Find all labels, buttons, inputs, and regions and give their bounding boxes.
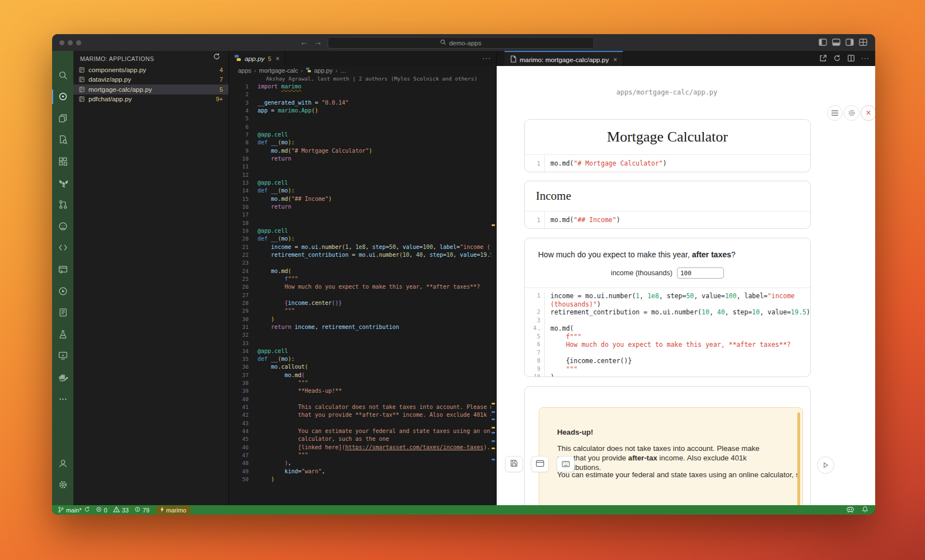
testing-icon[interactable] <box>52 326 73 342</box>
code-brackets-icon[interactable] <box>52 239 73 256</box>
code-line[interactable]: 14def __(mo): <box>229 187 491 195</box>
sidebar-item-dataviz[interactable]: dataviz/app.py7 <box>73 75 228 85</box>
breadcrumb-symbol[interactable]: … <box>340 67 347 74</box>
sidebar-item-components[interactable]: components/app.py4 <box>73 65 228 75</box>
sidebar-item-mortgage-calc[interactable]: mortgage-calc/app.py5 <box>73 84 228 95</box>
code-line[interactable]: 12 <box>229 171 491 179</box>
code-line[interactable]: 50 ) <box>229 476 491 483</box>
code-line[interactable]: 5 <box>229 115 491 123</box>
code-line[interactable]: 24 mo.md( <box>229 267 491 275</box>
code-line[interactable]: 33 <box>229 340 491 347</box>
code-line[interactable]: 42 that you provide **after-tax** income… <box>229 411 491 419</box>
accounts-icon[interactable] <box>52 455 73 472</box>
more-actions-icon[interactable]: ··· <box>861 54 870 64</box>
code-line[interactable]: 3__generated_with = "0.0.14" <box>229 99 491 107</box>
shutdown-close-button[interactable]: × <box>861 105 875 121</box>
cell-code-line[interactable]: 4⌄mo.md( <box>525 324 810 333</box>
cell-code-line[interactable]: 6 How much do you expect to make this ye… <box>525 341 810 349</box>
cell-code-line[interactable]: 5 f""" <box>525 333 810 341</box>
tab-marimo-preview[interactable]: marimo: mortgage-calc/app.py × <box>504 51 623 67</box>
code-line[interactable]: 39 **Heads-up!** <box>229 387 491 395</box>
code-line[interactable]: 13@app.cell <box>229 179 491 187</box>
code-line[interactable]: 34@app.cell <box>229 347 491 355</box>
code-line[interactable]: 21 income = mo.ui.number(1, 1e8, step=50… <box>229 243 491 251</box>
code-line[interactable]: 23 <box>229 259 491 267</box>
code-line[interactable]: 18 <box>229 219 491 227</box>
cell-code-line[interactable]: 2retirement_contribution = mo.ui.number(… <box>525 308 810 317</box>
code-line[interactable]: 8def __(mo): <box>229 139 491 147</box>
code-line[interactable]: 28 {income.center()} <box>229 299 491 307</box>
toggle-secondary-sidebar-icon[interactable] <box>845 39 854 46</box>
codelens-authors[interactable]: Akshay Agrawal, last month | 2 authors (… <box>266 76 478 82</box>
tab-close-icon[interactable]: × <box>613 56 617 64</box>
code-line[interactable]: 11 <box>229 163 491 171</box>
bell-icon[interactable] <box>862 506 868 514</box>
run-app-button[interactable] <box>817 457 834 474</box>
cell-code[interactable]: mo.md("# Mortgage Calculator") <box>545 159 667 167</box>
marimo-apps-icon[interactable] <box>52 88 73 105</box>
keyboard-shortcuts-button[interactable] <box>557 456 574 472</box>
history-back-button[interactable]: ← <box>299 37 309 46</box>
command-center-search[interactable]: demo-apps <box>328 37 594 49</box>
split-editor-icon[interactable] <box>847 54 855 64</box>
code-line[interactable]: 26 How much do you expect to make this y… <box>229 283 491 291</box>
breadcrumb-folder[interactable]: mortgage-calc <box>259 67 298 74</box>
cell-code-line[interactable]: 3 <box>525 317 810 325</box>
income-number-input[interactable] <box>677 267 724 279</box>
cell-code-line[interactable]: 9 """ <box>525 365 810 374</box>
customize-layout-icon[interactable] <box>859 39 867 46</box>
code-line[interactable]: 27 <box>229 291 491 299</box>
code-line[interactable]: 44 You can estimate your federal and sta… <box>229 427 491 435</box>
cell-code[interactable]: mo.md("## Income") <box>545 216 620 224</box>
sidebar-item-pdfchat[interactable]: pdfchat/app.py9+ <box>73 95 228 105</box>
open-window-button[interactable] <box>531 456 549 472</box>
code-line[interactable]: 22 retirement_contribution = mo.ui.numbe… <box>229 251 491 259</box>
code-line[interactable]: 45 calculator, such as the one <box>229 435 491 443</box>
save-button[interactable] <box>505 456 523 472</box>
code-line[interactable]: 36 mo.callout( <box>229 363 491 371</box>
code-line[interactable]: 49 kind="warn", <box>229 468 491 476</box>
breadcrumb-apps[interactable]: apps <box>238 67 251 74</box>
pull-request-icon[interactable] <box>52 196 73 213</box>
breadcrumb-file[interactable]: app.py <box>314 67 333 74</box>
code-line[interactable]: 47 """ <box>229 451 491 459</box>
run-and-debug-icon[interactable] <box>52 283 73 299</box>
code-line[interactable]: 41 This calculator does not take taxes i… <box>229 403 491 411</box>
settings-icon[interactable] <box>52 477 73 493</box>
code-line[interactable]: 29 """ <box>229 307 491 315</box>
tab-close-icon[interactable]: × <box>275 55 279 63</box>
cell-code-line[interactable]: 1income = mo.ui.number(1, 1e8, step=50, … <box>525 292 810 300</box>
problems-status-item[interactable]: 0 33 79 <box>96 506 150 514</box>
close-window-button[interactable] <box>59 40 64 45</box>
remote-window-icon[interactable] <box>52 261 73 277</box>
code-line[interactable]: 35def __(mo): <box>229 355 491 363</box>
code-line[interactable]: 17 <box>229 211 491 219</box>
search-icon[interactable] <box>52 67 73 83</box>
history-forward-button[interactable]: → <box>313 37 323 46</box>
file-search-icon[interactable] <box>52 131 73 148</box>
code-line[interactable]: 32 <box>229 331 491 339</box>
settings-gear-button[interactable] <box>844 105 859 121</box>
cell-code-block[interactable]: 1income = mo.ui.number(1, 1e8, step=50, … <box>525 288 810 377</box>
minimize-window-button[interactable] <box>68 40 73 45</box>
code-line[interactable]: 31 return income, retirement_contributio… <box>229 323 491 331</box>
code-line[interactable]: 2 <box>229 91 491 98</box>
screencast-icon[interactable] <box>52 347 73 364</box>
code-line[interactable]: 19@app.cell <box>229 227 491 235</box>
explorer-copy-icon[interactable] <box>52 110 73 126</box>
extensions-icon[interactable] <box>52 153 73 170</box>
menu-button[interactable] <box>827 105 843 121</box>
code-line[interactable]: 7@app.cell <box>229 131 491 139</box>
code-line[interactable]: 30 ) <box>229 316 491 323</box>
code-line[interactable]: 16 return <box>229 203 491 211</box>
code-line[interactable]: 46 [linked here](https://smartasset.com/… <box>229 444 491 451</box>
code-line[interactable]: 38 """ <box>229 379 491 387</box>
code-line[interactable]: 43 <box>229 420 491 427</box>
refresh-icon[interactable] <box>213 53 221 63</box>
cell-code-line[interactable]: 7 <box>525 349 810 357</box>
cell-code-line[interactable]: 8 {income.center()} <box>525 357 810 365</box>
zoom-window-button[interactable] <box>76 40 81 45</box>
code-line[interactable]: 1import marimo <box>229 83 491 91</box>
toggle-sidebar-icon[interactable] <box>819 39 827 46</box>
code-line[interactable]: 10 return <box>229 155 491 163</box>
